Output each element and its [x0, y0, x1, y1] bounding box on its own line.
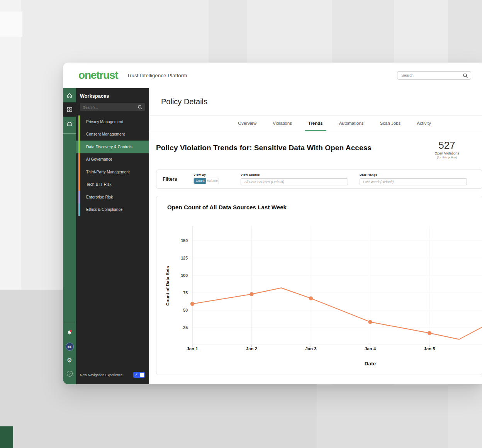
notifications-bell-icon[interactable]	[63, 326, 76, 340]
filters-bar: Filters View By CountVolume View Source …	[156, 170, 482, 189]
help-icon[interactable]: ?	[63, 367, 76, 380]
new-navigation-row: New Navigation Experience ✓	[80, 372, 145, 378]
workspace-color-bar	[78, 178, 80, 191]
workspace-color-bar	[78, 153, 80, 166]
page-title: Policy Details	[161, 97, 482, 106]
sidebar-item-ai-governance[interactable]: AI Governance	[76, 153, 149, 166]
x-tick-label: Jan 3	[305, 346, 316, 351]
tab-scan-jobs[interactable]: Scan Jobs	[379, 115, 402, 131]
workspaces-search-input[interactable]	[83, 105, 137, 109]
onetrust-logo: onetrust	[78, 69, 118, 81]
view-by-volume-button[interactable]: Volume	[206, 178, 219, 184]
global-search[interactable]	[397, 71, 471, 80]
rail-divider	[63, 323, 76, 323]
y-tick-label: 100	[181, 273, 188, 277]
workspaces-search[interactable]	[80, 103, 145, 111]
tab-overview[interactable]: Overview	[237, 115, 258, 131]
search-icon	[137, 105, 143, 110]
global-search-input[interactable]	[401, 73, 463, 78]
sidebar-item-data-discovery-controls[interactable]: Data Discovery & Controls	[76, 141, 149, 153]
background-tile	[0, 0, 21, 290]
settings-gear-icon[interactable]: ⚙	[63, 353, 76, 367]
search-icon	[463, 73, 468, 78]
sidebar-item-third-party-management[interactable]: Third-Party Management	[76, 166, 149, 178]
view-source-group: View Source	[241, 173, 348, 185]
data-point	[190, 302, 194, 305]
workspaces-sidebar: Workspaces Privacy ManagementConsent Man…	[76, 88, 149, 384]
workspaces-title: Workspaces	[76, 88, 149, 99]
view-by-group: View By CountVolume	[193, 173, 219, 184]
apps-grid-icon[interactable]	[63, 102, 76, 117]
workspace-color-bar	[78, 204, 80, 216]
home-icon[interactable]	[63, 88, 76, 102]
trend-chart-card: Open Count of All Data Sources Last Week…	[156, 196, 482, 375]
sidebar-item-consent-management[interactable]: Consent Management	[76, 128, 149, 141]
avatar-initials: EB	[66, 343, 74, 351]
stat-label: Open Violations	[429, 151, 464, 155]
rail-bottom-group: EB ⚙ ?	[63, 323, 76, 380]
section-header: Policy Violation Trends for: Sensitive D…	[156, 140, 464, 159]
background-tile	[0, 12, 22, 37]
new-navigation-toggle[interactable]: ✓	[133, 372, 145, 378]
view-by-toggle: CountVolume	[193, 178, 219, 184]
icon-rail: EB ⚙ ?	[63, 88, 76, 384]
sidebar-item-tech-it-risk[interactable]: Tech & IT Risk	[76, 178, 149, 191]
trend-chart-svg: 255075100125150Jan 1Jan 2Jan 3Jan 4Jan 5…	[156, 196, 482, 375]
new-navigation-label: New Navigation Experience	[80, 373, 133, 377]
sidebar-item-ethics-compliance[interactable]: Ethics & Compliance	[76, 204, 149, 216]
y-tick-label: 75	[183, 290, 188, 295]
sidebar-item-label: Third-Party Management	[76, 170, 130, 174]
rail-divider	[63, 133, 76, 134]
data-point	[368, 320, 372, 324]
sidebar-item-label: Consent Management	[76, 132, 125, 136]
data-point	[249, 292, 253, 296]
tab-strip: OverviewViolationsTrendsAutomationsScan …	[149, 115, 482, 131]
y-tick-label: 150	[181, 238, 188, 243]
workspace-color-bar	[78, 166, 80, 178]
open-violations-stat: 527 Open Violations (for this policy)	[429, 140, 464, 159]
section-title: Policy Violation Trends for: Sensitive D…	[156, 140, 372, 152]
stat-sublabel: (for this policy)	[429, 156, 464, 159]
y-tick-label: 50	[183, 307, 188, 312]
data-point	[428, 331, 431, 335]
y-tick-label: 125	[181, 255, 188, 260]
tab-automations[interactable]: Automations	[338, 115, 365, 131]
trend-line	[192, 288, 482, 339]
view-by-count-button[interactable]: Count	[194, 178, 206, 184]
sidebar-item-privacy-management[interactable]: Privacy Management	[76, 115, 149, 128]
app-header: onetrust Trust Intelligence Platform	[63, 63, 482, 88]
background-tile	[0, 426, 13, 448]
data-point	[309, 296, 313, 300]
sidebar-item-label: Data Discovery & Controls	[76, 145, 132, 149]
sidebar-item-label: Privacy Management	[76, 120, 123, 124]
user-avatar[interactable]: EB	[63, 340, 76, 353]
tab-violations[interactable]: Violations	[272, 115, 293, 131]
briefcase-icon[interactable]	[63, 117, 76, 131]
x-tick-label: Jan 2	[246, 346, 257, 351]
x-tick-label: Jan 5	[424, 346, 435, 351]
tab-trends[interactable]: Trends	[307, 115, 324, 131]
platform-title: Trust Intelligence Platform	[127, 73, 187, 78]
view-source-input[interactable]	[241, 178, 348, 185]
sidebar-item-label: AI Governance	[76, 157, 112, 161]
y-tick-label: 25	[183, 325, 188, 329]
workspace-color-bar	[78, 115, 80, 128]
app-window: onetrust Trust Intelligence Platform	[63, 63, 482, 384]
stat-value: 527	[429, 140, 464, 151]
workspace-color-bar	[78, 191, 80, 204]
x-axis-title: Date	[365, 361, 376, 367]
sidebar-item-enterprise-risk[interactable]: Enterprise Risk	[76, 191, 149, 204]
sidebar-item-label: Ethics & Compliance	[76, 207, 122, 212]
x-tick-label: Jan 4	[365, 346, 376, 351]
workspace-color-bar	[78, 128, 80, 141]
sidebar-item-label: Tech & IT Risk	[76, 182, 112, 187]
toggle-knob	[140, 373, 144, 377]
workspace-list: Privacy ManagementConsent ManagementData…	[76, 115, 149, 216]
x-tick-label: Jan 1	[187, 346, 198, 351]
date-range-label: Date Range	[360, 173, 467, 176]
main-content: Policy Details OverviewViolationsTrendsA…	[149, 88, 482, 384]
filters-title: Filters	[163, 176, 177, 182]
tab-activity[interactable]: Activity	[416, 115, 432, 131]
date-range-input[interactable]	[360, 178, 467, 185]
background-tile	[317, 385, 448, 448]
